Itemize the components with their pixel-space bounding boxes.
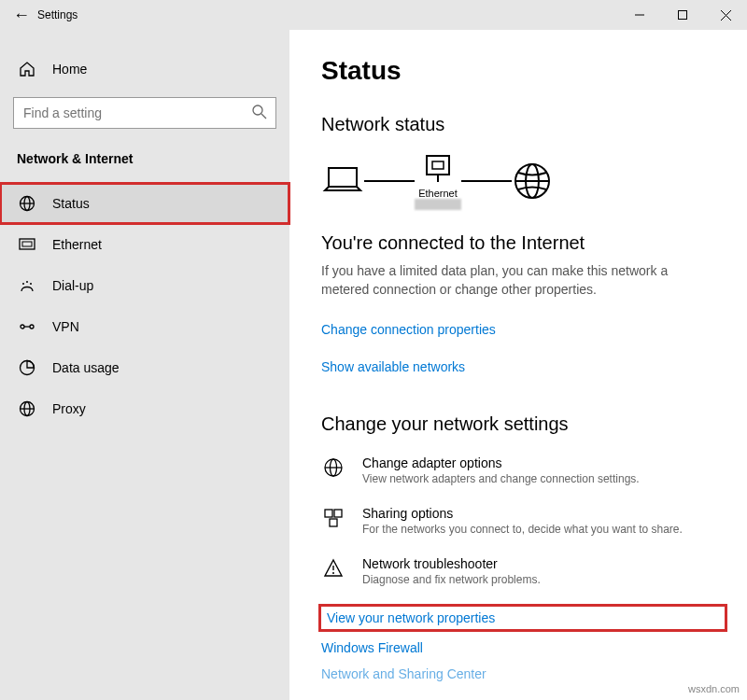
sidebar-item-label: Proxy [52, 401, 86, 416]
option-sub: For the networks you connect to, decide … [362, 523, 683, 536]
network-diagram: Ethernet [321, 152, 725, 210]
option-title: Sharing options [362, 506, 683, 521]
category-header: Network & Internet [0, 146, 289, 183]
proxy-icon [19, 400, 35, 417]
option-title: Change adapter options [362, 455, 640, 470]
svg-point-11 [26, 281, 28, 283]
svg-line-5 [261, 114, 266, 119]
window-title: Settings [37, 8, 618, 21]
option-sharing[interactable]: Sharing options For the networks you con… [321, 506, 725, 536]
link-network-sharing-center[interactable]: Network and Sharing Center [321, 666, 725, 681]
section-change-settings: Change your network settings [321, 413, 725, 435]
svg-point-12 [22, 283, 24, 285]
content: Status Network status Ethernet You're co… [289, 30, 747, 700]
window-controls [618, 0, 747, 30]
svg-rect-23 [432, 161, 444, 169]
home-nav[interactable]: Home [0, 49, 289, 90]
sidebar-item-label: Data usage [52, 360, 120, 375]
svg-rect-9 [20, 239, 35, 249]
close-button[interactable] [704, 0, 747, 30]
link-view-network-properties[interactable]: View your network properties [321, 607, 725, 629]
settings-window: ← Settings Home [0, 0, 747, 700]
globe-icon [19, 195, 35, 212]
titlebar: ← Settings [0, 0, 747, 30]
svg-rect-33 [330, 519, 337, 526]
vpn-icon [19, 318, 35, 335]
sidebar-item-vpn[interactable]: VPN [0, 306, 289, 347]
datausage-icon [19, 359, 35, 376]
sidebar: Home Network & Internet Status Ethernet [0, 30, 289, 700]
svg-rect-32 [334, 510, 342, 517]
sidebar-item-label: Ethernet [52, 237, 102, 252]
section-network-status: Network status [321, 114, 725, 135]
svg-rect-21 [329, 168, 357, 187]
laptop-icon [321, 162, 364, 200]
diagram-line [364, 180, 415, 182]
svg-point-35 [332, 572, 334, 574]
ethernet-node: Ethernet [415, 152, 461, 210]
option-sub: View network adapters and change connect… [362, 472, 640, 485]
minimize-button[interactable] [618, 0, 661, 30]
body: Home Network & Internet Status Ethernet [0, 30, 747, 700]
sidebar-item-datausage[interactable]: Data usage [0, 347, 289, 388]
sharing-icon [321, 506, 345, 536]
svg-rect-1 [679, 11, 687, 20]
link-windows-firewall[interactable]: Windows Firewall [321, 640, 725, 655]
home-icon [19, 61, 35, 77]
svg-rect-10 [22, 242, 32, 246]
sidebar-item-label: Dial-up [52, 278, 93, 293]
sidebar-item-proxy[interactable]: Proxy [0, 388, 289, 429]
connected-heading: You're connected to the Internet [321, 232, 725, 254]
sidebar-item-status[interactable]: Status [0, 183, 289, 224]
diagram-blurred-name [415, 199, 461, 210]
search-input[interactable] [13, 97, 276, 129]
watermark: wsxdn.com [688, 683, 740, 694]
search-icon [252, 105, 267, 122]
svg-rect-22 [427, 156, 449, 175]
dialup-icon [19, 277, 35, 294]
option-title: Network troubleshooter [362, 556, 541, 571]
link-show-available-networks[interactable]: Show available networks [321, 359, 465, 374]
option-change-adapter[interactable]: Change adapter options View network adap… [321, 455, 725, 485]
sidebar-item-ethernet[interactable]: Ethernet [0, 224, 289, 265]
sidebar-item-dialup[interactable]: Dial-up [0, 265, 289, 306]
connected-desc: If you have a limited data plan, you can… [321, 261, 713, 300]
svg-point-15 [30, 325, 34, 329]
diagram-line [461, 180, 512, 182]
adapter-icon [321, 455, 345, 485]
sidebar-item-label: VPN [52, 319, 79, 334]
page-title: Status [321, 56, 725, 86]
link-change-connection-properties[interactable]: Change connection properties [321, 322, 496, 337]
svg-point-13 [30, 283, 32, 285]
maximize-button[interactable] [661, 0, 704, 30]
home-label: Home [52, 62, 87, 77]
svg-point-14 [21, 325, 24, 329]
sidebar-item-label: Status [52, 196, 90, 211]
globe-icon-large [512, 161, 553, 202]
bottom-links: View your network properties Windows Fir… [321, 607, 725, 681]
option-troubleshooter[interactable]: Network troubleshooter Diagnose and fix … [321, 556, 725, 586]
troubleshoot-icon [321, 556, 345, 586]
search-wrap [0, 90, 289, 146]
svg-rect-31 [325, 510, 332, 517]
diagram-label: Ethernet [418, 188, 458, 199]
ethernet-icon [19, 236, 35, 253]
option-sub: Diagnose and fix network problems. [362, 573, 541, 586]
svg-point-4 [253, 105, 262, 115]
back-icon[interactable]: ← [13, 6, 37, 25]
